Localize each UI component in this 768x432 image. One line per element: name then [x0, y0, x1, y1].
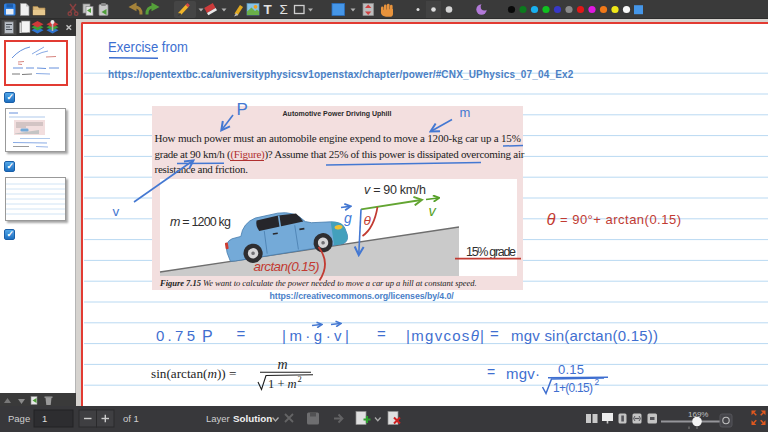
svg-text:Solution: Solution	[233, 413, 272, 424]
svg-text:Layer: Layer	[206, 413, 230, 424]
svg-text:169%: 169%	[688, 410, 708, 419]
svg-text:Σ: Σ	[280, 2, 288, 17]
svg-text:of 1: of 1	[123, 413, 139, 424]
svg-text:T: T	[264, 2, 273, 17]
svg-text:1: 1	[42, 413, 47, 424]
svg-text:Page: Page	[8, 413, 30, 424]
